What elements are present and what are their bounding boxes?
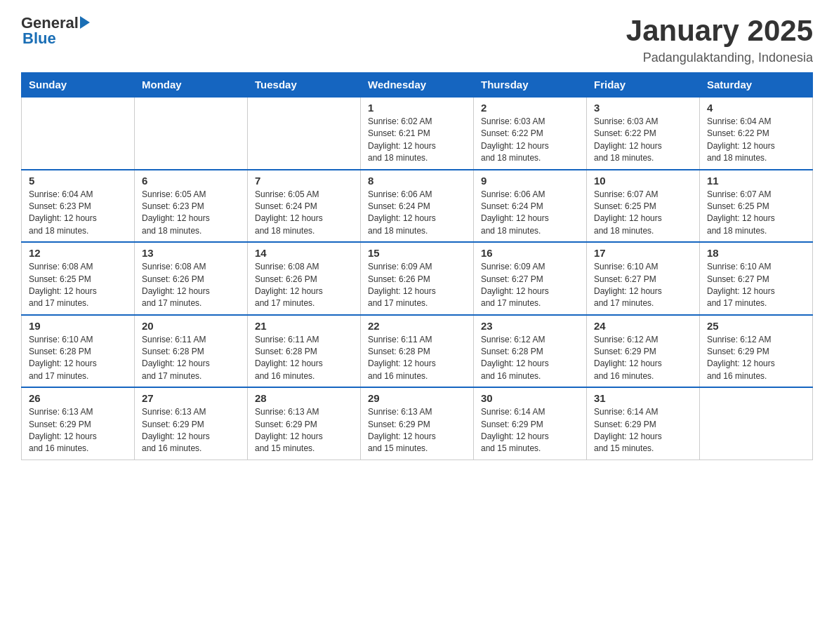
header-sunday: Sunday xyxy=(22,73,135,98)
month-title: January 2025 xyxy=(626,14,813,48)
day-info: Sunrise: 6:11 AMSunset: 6:28 PMDaylight:… xyxy=(368,334,466,383)
day-info: Sunrise: 6:14 AMSunset: 6:29 PMDaylight:… xyxy=(481,406,579,455)
calendar-cell: 23Sunrise: 6:12 AMSunset: 6:28 PMDayligh… xyxy=(474,315,587,388)
calendar-cell: 14Sunrise: 6:08 AMSunset: 6:26 PMDayligh… xyxy=(248,242,361,315)
day-number: 22 xyxy=(368,320,466,332)
calendar-cell: 4Sunrise: 6:04 AMSunset: 6:22 PMDaylight… xyxy=(700,97,813,170)
day-info: Sunrise: 6:10 AMSunset: 6:27 PMDaylight:… xyxy=(707,261,805,310)
day-number: 10 xyxy=(594,175,692,187)
logo-arrow-icon xyxy=(80,16,90,29)
calendar-cell: 22Sunrise: 6:11 AMSunset: 6:28 PMDayligh… xyxy=(361,315,474,388)
day-info: Sunrise: 6:13 AMSunset: 6:29 PMDaylight:… xyxy=(29,406,127,455)
calendar-cell xyxy=(248,97,361,170)
week-row-2: 5Sunrise: 6:04 AMSunset: 6:23 PMDaylight… xyxy=(22,170,813,243)
week-row-5: 26Sunrise: 6:13 AMSunset: 6:29 PMDayligh… xyxy=(22,387,813,459)
day-info: Sunrise: 6:10 AMSunset: 6:28 PMDaylight:… xyxy=(29,334,127,383)
week-row-4: 19Sunrise: 6:10 AMSunset: 6:28 PMDayligh… xyxy=(22,315,813,388)
calendar-cell: 17Sunrise: 6:10 AMSunset: 6:27 PMDayligh… xyxy=(587,242,700,315)
day-info: Sunrise: 6:07 AMSunset: 6:25 PMDaylight:… xyxy=(594,189,692,238)
day-number: 11 xyxy=(707,175,805,187)
day-info: Sunrise: 6:09 AMSunset: 6:27 PMDaylight:… xyxy=(481,261,579,310)
calendar-cell: 28Sunrise: 6:13 AMSunset: 6:29 PMDayligh… xyxy=(248,387,361,459)
day-info: Sunrise: 6:07 AMSunset: 6:25 PMDaylight:… xyxy=(707,189,805,238)
day-info: Sunrise: 6:08 AMSunset: 6:26 PMDaylight:… xyxy=(142,261,240,310)
day-number: 14 xyxy=(255,247,353,259)
day-number: 24 xyxy=(594,320,692,332)
header-thursday: Thursday xyxy=(474,73,587,98)
calendar-header-row: SundayMondayTuesdayWednesdayThursdayFrid… xyxy=(22,73,813,98)
day-number: 30 xyxy=(481,392,579,404)
day-info: Sunrise: 6:05 AMSunset: 6:24 PMDaylight:… xyxy=(255,189,353,238)
calendar-cell: 1Sunrise: 6:02 AMSunset: 6:21 PMDaylight… xyxy=(361,97,474,170)
calendar-cell: 27Sunrise: 6:13 AMSunset: 6:29 PMDayligh… xyxy=(135,387,248,459)
day-info: Sunrise: 6:12 AMSunset: 6:28 PMDaylight:… xyxy=(481,334,579,383)
calendar-cell: 9Sunrise: 6:06 AMSunset: 6:24 PMDaylight… xyxy=(474,170,587,243)
calendar-cell: 24Sunrise: 6:12 AMSunset: 6:29 PMDayligh… xyxy=(587,315,700,388)
calendar-cell xyxy=(135,97,248,170)
day-info: Sunrise: 6:06 AMSunset: 6:24 PMDaylight:… xyxy=(481,189,579,238)
title-block: January 2025 Padangulaktanding, Indonesi… xyxy=(626,14,813,65)
calendar-cell: 21Sunrise: 6:11 AMSunset: 6:28 PMDayligh… xyxy=(248,315,361,388)
calendar-cell: 20Sunrise: 6:11 AMSunset: 6:28 PMDayligh… xyxy=(135,315,248,388)
day-info: Sunrise: 6:08 AMSunset: 6:26 PMDaylight:… xyxy=(255,261,353,310)
day-info: Sunrise: 6:14 AMSunset: 6:29 PMDaylight:… xyxy=(594,406,692,455)
day-info: Sunrise: 6:06 AMSunset: 6:24 PMDaylight:… xyxy=(368,189,466,238)
header-friday: Friday xyxy=(587,73,700,98)
calendar-cell: 26Sunrise: 6:13 AMSunset: 6:29 PMDayligh… xyxy=(22,387,135,459)
calendar-table: SundayMondayTuesdayWednesdayThursdayFrid… xyxy=(21,72,813,460)
day-info: Sunrise: 6:10 AMSunset: 6:27 PMDaylight:… xyxy=(594,261,692,310)
day-info: Sunrise: 6:13 AMSunset: 6:29 PMDaylight:… xyxy=(255,406,353,455)
day-number: 6 xyxy=(142,175,240,187)
day-number: 16 xyxy=(481,247,579,259)
day-number: 25 xyxy=(707,320,805,332)
day-number: 27 xyxy=(142,392,240,404)
calendar-cell: 8Sunrise: 6:06 AMSunset: 6:24 PMDaylight… xyxy=(361,170,474,243)
day-number: 17 xyxy=(594,247,692,259)
day-info: Sunrise: 6:09 AMSunset: 6:26 PMDaylight:… xyxy=(368,261,466,310)
calendar-cell: 29Sunrise: 6:13 AMSunset: 6:29 PMDayligh… xyxy=(361,387,474,459)
day-number: 1 xyxy=(368,102,466,114)
day-number: 3 xyxy=(594,102,692,114)
calendar-cell: 2Sunrise: 6:03 AMSunset: 6:22 PMDaylight… xyxy=(474,97,587,170)
calendar-cell xyxy=(22,97,135,170)
logo: General Blue xyxy=(21,14,90,48)
day-info: Sunrise: 6:13 AMSunset: 6:29 PMDaylight:… xyxy=(368,406,466,455)
calendar-cell: 30Sunrise: 6:14 AMSunset: 6:29 PMDayligh… xyxy=(474,387,587,459)
location-text: Padangulaktanding, Indonesia xyxy=(626,51,813,65)
calendar-cell: 12Sunrise: 6:08 AMSunset: 6:25 PMDayligh… xyxy=(22,242,135,315)
day-info: Sunrise: 6:11 AMSunset: 6:28 PMDaylight:… xyxy=(255,334,353,383)
calendar-cell: 16Sunrise: 6:09 AMSunset: 6:27 PMDayligh… xyxy=(474,242,587,315)
calendar-cell: 10Sunrise: 6:07 AMSunset: 6:25 PMDayligh… xyxy=(587,170,700,243)
day-number: 8 xyxy=(368,175,466,187)
day-number: 12 xyxy=(29,247,127,259)
calendar-cell: 13Sunrise: 6:08 AMSunset: 6:26 PMDayligh… xyxy=(135,242,248,315)
day-number: 5 xyxy=(29,175,127,187)
day-number: 23 xyxy=(481,320,579,332)
day-info: Sunrise: 6:04 AMSunset: 6:23 PMDaylight:… xyxy=(29,189,127,238)
day-number: 7 xyxy=(255,175,353,187)
day-info: Sunrise: 6:13 AMSunset: 6:29 PMDaylight:… xyxy=(142,406,240,455)
week-row-3: 12Sunrise: 6:08 AMSunset: 6:25 PMDayligh… xyxy=(22,242,813,315)
day-number: 20 xyxy=(142,320,240,332)
calendar-cell: 25Sunrise: 6:12 AMSunset: 6:29 PMDayligh… xyxy=(700,315,813,388)
day-number: 18 xyxy=(707,247,805,259)
day-number: 31 xyxy=(594,392,692,404)
day-info: Sunrise: 6:04 AMSunset: 6:22 PMDaylight:… xyxy=(707,116,805,165)
calendar-cell: 19Sunrise: 6:10 AMSunset: 6:28 PMDayligh… xyxy=(22,315,135,388)
day-info: Sunrise: 6:03 AMSunset: 6:22 PMDaylight:… xyxy=(594,116,692,165)
day-info: Sunrise: 6:08 AMSunset: 6:25 PMDaylight:… xyxy=(29,261,127,310)
header-monday: Monday xyxy=(135,73,248,98)
calendar-cell: 18Sunrise: 6:10 AMSunset: 6:27 PMDayligh… xyxy=(700,242,813,315)
calendar-cell: 7Sunrise: 6:05 AMSunset: 6:24 PMDaylight… xyxy=(248,170,361,243)
logo-blue-text: Blue xyxy=(21,29,56,48)
day-number: 15 xyxy=(368,247,466,259)
day-number: 4 xyxy=(707,102,805,114)
page-header: General Blue January 2025 Padangulaktand… xyxy=(21,14,813,65)
day-number: 26 xyxy=(29,392,127,404)
header-wednesday: Wednesday xyxy=(361,73,474,98)
calendar-cell: 15Sunrise: 6:09 AMSunset: 6:26 PMDayligh… xyxy=(361,242,474,315)
week-row-1: 1Sunrise: 6:02 AMSunset: 6:21 PMDaylight… xyxy=(22,97,813,170)
day-info: Sunrise: 6:03 AMSunset: 6:22 PMDaylight:… xyxy=(481,116,579,165)
calendar-cell xyxy=(700,387,813,459)
day-number: 9 xyxy=(481,175,579,187)
